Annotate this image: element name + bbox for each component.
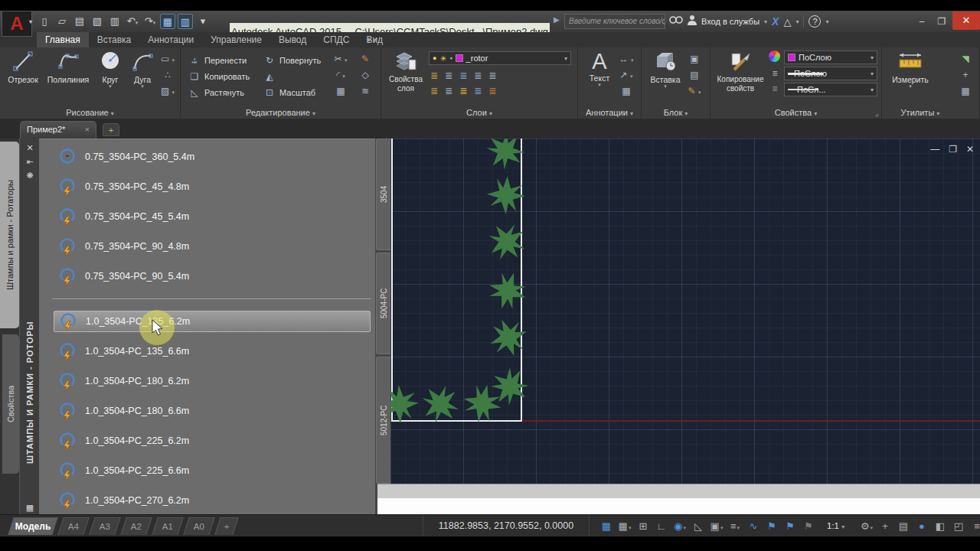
- stretch-button[interactable]: ◺ Растянуть: [188, 84, 250, 100]
- a360-dropdown-icon[interactable]: ▾: [795, 18, 799, 25]
- panel-label-modify[interactable]: Редактирование ▾: [181, 108, 381, 117]
- palette-autohide-icon[interactable]: ⇤: [20, 157, 40, 167]
- a360-icon[interactable]: △: [783, 16, 791, 28]
- annotation-scale-control[interactable]: 1:1 ▾: [827, 518, 844, 534]
- palette-item[interactable]: 1.0_3504-PC_180_6.6m: [54, 400, 371, 422]
- polar-tracking-icon[interactable]: ◉▾: [671, 518, 689, 534]
- palette-item[interactable]: 0.75_3504-PC_45_5.4m: [54, 206, 371, 227]
- move-button[interactable]: ↔↕ Перенести: [188, 52, 250, 68]
- palette-item[interactable]: 1.0_3504-PC_180_6.2m: [54, 370, 371, 392]
- circle-button[interactable]: Круг▾: [93, 50, 127, 89]
- palette-group-tab-5004-PC[interactable]: 5004-PC: [376, 253, 390, 354]
- palette-item[interactable]: 1.0_3504-PC_225_6.6m: [54, 460, 371, 481]
- file-tab-close-icon[interactable]: ×: [85, 122, 90, 139]
- polar-tracking-icon-dropdown[interactable]: ▾: [683, 525, 686, 530]
- help-dropdown-icon[interactable]: ▾: [825, 18, 828, 25]
- color-dropdown[interactable]: ПоСлою ▾: [784, 51, 877, 64]
- palette-item[interactable]: 1.0_3504-PC_135_6.6m: [54, 341, 371, 362]
- palette-group-tab-3504[interactable]: 3504: [376, 139, 390, 250]
- linetype-list-icon[interactable]: ≡: [769, 82, 781, 96]
- text-button[interactable]: A Текст▾: [583, 50, 616, 87]
- layer-tool-icon-4[interactable]: ≣: [474, 70, 482, 81]
- dimension-icon[interactable]: ↔ ▾: [618, 52, 635, 66]
- dialog-launcher-icon[interactable]: ⌟: [875, 109, 878, 117]
- drawing-canvas[interactable]: — ❐ ✕: [390, 139, 980, 484]
- qat-options-icon[interactable]: ▾: [195, 14, 211, 29]
- undo-icon-dropdown[interactable]: ▾: [136, 20, 139, 25]
- isometric-drafting-icon[interactable]: ◺: [689, 518, 707, 534]
- edit-attribute-icon[interactable]: ▤: [686, 68, 703, 82]
- layout-tab-A1[interactable]: A1: [152, 517, 183, 535]
- viewport-close-icon[interactable]: ✕: [966, 144, 974, 155]
- match-properties-button[interactable]: Копирование свойств: [715, 50, 766, 93]
- palette-group-tab-5012-PC[interactable]: 5012-PC: [376, 357, 390, 484]
- layout-tab-A4[interactable]: A4: [57, 517, 89, 535]
- panel-label-block[interactable]: Блок ▾: [642, 108, 710, 117]
- palette-settings-icon[interactable]: ❋: [20, 171, 40, 181]
- quick-select-icon[interactable]: ◥: [957, 52, 974, 66]
- viewport-restore-icon[interactable]: ❐: [949, 144, 957, 155]
- rotate-button[interactable]: ↻ Повернуть: [263, 52, 321, 68]
- undo-icon[interactable]: ↶▾: [125, 14, 140, 29]
- point-id-icon[interactable]: +: [957, 68, 974, 82]
- new-layout-button[interactable]: +: [214, 517, 238, 535]
- palette-item[interactable]: 1.0_3504-PC_135_6.2m: [54, 311, 371, 332]
- redo-icon-dropdown[interactable]: ▾: [153, 20, 156, 25]
- copy-button[interactable]: ❏ Копировать: [188, 68, 250, 84]
- annotation-scale-indicator-icon[interactable]: ⚑: [799, 518, 818, 534]
- palette-close-icon[interactable]: ✕: [20, 143, 40, 153]
- layout-tab-A2[interactable]: A2: [120, 517, 152, 535]
- command-line-input[interactable]: [377, 498, 980, 514]
- measure-button[interactable]: Измерить▾: [888, 50, 933, 89]
- file-tab[interactable]: Пример2* ×: [20, 121, 96, 139]
- panel-label-layers[interactable]: Слои ▾: [381, 108, 577, 117]
- layout-tab-A0[interactable]: A0: [183, 517, 214, 535]
- new-file-icon[interactable]: ▯: [37, 14, 52, 29]
- palette-bottom-icon[interactable]: ▦: [20, 503, 40, 513]
- explode-icon[interactable]: ◇: [357, 68, 374, 82]
- viewport-minimize-icon[interactable]: —: [930, 144, 939, 155]
- table-icon[interactable]: ▦: [618, 84, 635, 98]
- attribute-icon[interactable]: ✎ ▾: [686, 84, 703, 98]
- snap-mode-icon-dropdown[interactable]: ▾: [629, 525, 632, 530]
- lineweight-list-icon[interactable]: ≡: [769, 67, 781, 80]
- isolate-objects-icon[interactable]: ◧: [931, 518, 949, 534]
- polyline-button[interactable]: Полилиния: [43, 50, 93, 84]
- palette-item[interactable]: 0.75_3504-PC_360_5.4m: [54, 146, 371, 168]
- display-icon[interactable]: ◰: [949, 518, 968, 534]
- panel-label-utilities[interactable]: Утилиты ▾: [882, 108, 959, 117]
- help-search-input[interactable]: Введите ключевое слово/фразу: [564, 14, 665, 29]
- sidebar-tab-properties[interactable]: Свойства: [2, 334, 19, 474]
- palette-item[interactable]: 0.75_3504-PC_45_4.8m: [54, 176, 371, 197]
- layer-dropdown[interactable]: ● ☀ ▪ _rotor ▾: [429, 51, 571, 65]
- color-wheel-icon[interactable]: [769, 51, 780, 62]
- quick-calc-icon[interactable]: ▦: [957, 84, 974, 98]
- grid-display-icon[interactable]: ▦: [597, 518, 616, 534]
- workspace-gear-icon[interactable]: ⚙▾: [858, 518, 876, 534]
- layer-tool-icon-9[interactable]: ≣: [474, 86, 482, 96]
- insert-button[interactable]: Вставка▾: [646, 50, 684, 89]
- lineweight-icon-dropdown[interactable]: ▾: [737, 525, 740, 530]
- layer-tool-icon-2[interactable]: ≣: [445, 70, 452, 81]
- snap-mode-icon[interactable]: ▦▾: [616, 518, 634, 534]
- hatch-icon[interactable]: ▨ ▾: [159, 84, 176, 98]
- sign-in-button[interactable]: Вход в службы: [701, 17, 760, 26]
- close-button[interactable]: ✕: [952, 11, 980, 30]
- layer-tool-icon-10[interactable]: ≣: [488, 86, 496, 96]
- ribbon-tab-6[interactable]: СПДС: [315, 32, 358, 47]
- exchange-apps-icon[interactable]: X: [772, 15, 779, 28]
- palette-item[interactable]: 0.75_3504-PC_90_5.4m: [54, 266, 371, 287]
- infer-constraints-icon[interactable]: ⊞: [634, 518, 652, 534]
- restore-button[interactable]: ❐: [933, 14, 951, 29]
- ortho-mode-icon[interactable]: ∟: [652, 518, 671, 534]
- save-icon[interactable]: ▤: [72, 14, 87, 29]
- application-menu-button[interactable]: A▾: [2, 11, 32, 37]
- layout-tab-A3[interactable]: A3: [89, 517, 120, 535]
- sidebar-tab-stamps[interactable]: Штампы и рамки - Ротаторы: [0, 142, 19, 328]
- annotation-autoscale-icon[interactable]: ⚑: [781, 518, 799, 534]
- fillet-icon[interactable]: ◜ ▾: [332, 68, 349, 82]
- new-file-tab-button[interactable]: +: [103, 123, 119, 136]
- erase-icon[interactable]: ✎: [357, 52, 374, 66]
- array-icon[interactable]: ▦: [332, 84, 349, 98]
- help-icon[interactable]: ?: [808, 15, 821, 28]
